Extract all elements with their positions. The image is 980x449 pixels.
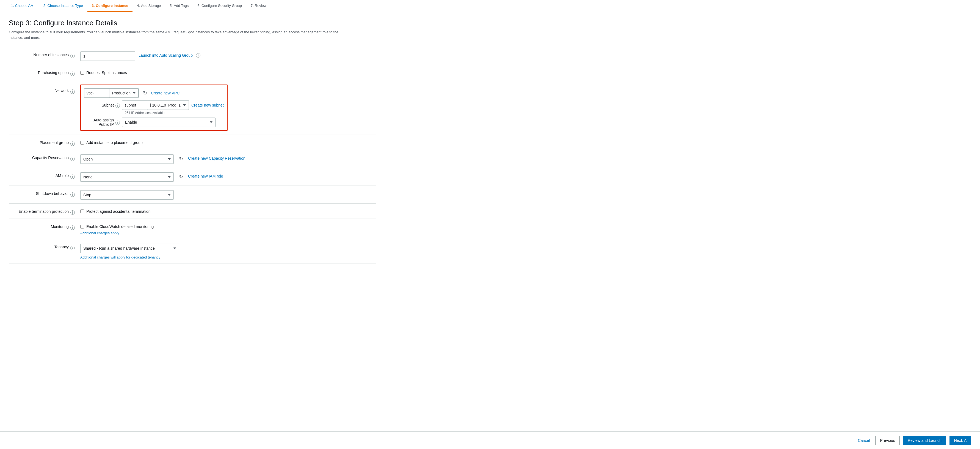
previous-button[interactable]: Previous [875, 436, 899, 445]
capacity-reservation-row: Capacity Reservation i Open ↻ Create new… [9, 150, 376, 168]
create-vpc-link[interactable]: Create new VPC [151, 91, 180, 95]
termination-protection-row: Enable termination protection i Protect … [9, 204, 376, 219]
purchasing-option-content: Request Spot instances [80, 69, 376, 75]
subnet-id-part: subnet [123, 101, 147, 110]
spot-instances-checkbox[interactable] [80, 71, 84, 75]
tenancy-content: Shared - Run a shared hardware instance … [80, 243, 376, 259]
iam-role-row: IAM role i None ↻ Create new IAM role [9, 168, 376, 186]
placement-group-row: Placement group i Add instance to placem… [9, 135, 376, 150]
subnet-label: Subnet i [84, 102, 120, 108]
termination-protection-label: Enable termination protection i [9, 208, 80, 215]
auto-assign-ip-select[interactable]: Enable [122, 118, 216, 127]
capacity-reservation-select[interactable]: Open [80, 155, 174, 164]
capacity-reservation-refresh-icon[interactable]: ↻ [177, 155, 185, 162]
nav-step-choose-instance-type[interactable]: 2. Choose Instance Type [39, 0, 88, 12]
nav-step-choose-ami[interactable]: 1. Choose AMI [6, 0, 39, 12]
placement-group-checkbox-label[interactable]: Add instance to placement group [80, 139, 143, 145]
network-highlight-box: vpc- Production ↻ Create new VPC [80, 85, 228, 131]
vpc-id-part: vpc- [84, 89, 109, 97]
placement-group-checkbox[interactable] [80, 141, 84, 145]
monitoring-checkbox-label[interactable]: Enable CloudWatch detailed monitoring [80, 223, 154, 229]
tenancy-select[interactable]: Shared - Run a shared hardware instance [80, 244, 179, 253]
shutdown-behavior-row: Shutdown behavior i Stop [9, 186, 376, 204]
page-title: Step 3: Configure Instance Details [9, 19, 376, 27]
iam-role-select[interactable]: None [80, 173, 174, 182]
tenancy-charges-link[interactable]: Additional charges will apply for dedica… [80, 255, 179, 259]
network-row: Network i vpc- Production [9, 80, 376, 135]
tenancy-row: Tenancy i Shared - Run a shared hardware… [9, 239, 376, 264]
purchasing-option-row: Purchasing option i Request Spot instanc… [9, 65, 376, 80]
auto-assign-ip-info-icon[interactable]: i [115, 121, 120, 125]
termination-protection-checkbox-label[interactable]: Protect against accidental termination [80, 208, 150, 214]
subnet-note: 251 IP Addresses available [84, 110, 224, 115]
number-of-instances-info-icon[interactable]: i [70, 54, 75, 58]
create-capacity-reservation-link[interactable]: Create new Capacity Reservation [188, 155, 245, 160]
launch-auto-scaling-link[interactable]: Launch into Auto Scaling Group [138, 51, 193, 58]
tenancy-info-icon[interactable]: i [70, 246, 75, 250]
spot-instances-checkbox-label[interactable]: Request Spot instances [80, 69, 127, 75]
network-refresh-icon[interactable]: ↻ [141, 89, 149, 97]
bottom-action-bar: Cancel Previous Review and Launch Next: … [0, 431, 980, 449]
network-label: Network i [9, 84, 80, 94]
placement-group-content: Add instance to placement group [80, 139, 376, 145]
page-description: Configure the instance to suit your requ… [9, 29, 339, 40]
purchasing-option-info-icon[interactable]: i [70, 72, 75, 76]
monitoring-label: Monitoring i [9, 223, 80, 230]
vpc-select-wrap[interactable]: vpc- Production [84, 88, 139, 98]
network-vpc-row: vpc- Production ↻ Create new VPC [84, 88, 224, 98]
main-content: Step 3: Configure Instance Details Confi… [0, 12, 385, 270]
review-launch-button[interactable]: Review and Launch [903, 436, 946, 445]
monitoring-info-icon[interactable]: i [70, 225, 75, 230]
shutdown-behavior-info-icon[interactable]: i [70, 192, 75, 197]
monitoring-checkbox[interactable] [80, 225, 84, 228]
cancel-button[interactable]: Cancel [856, 436, 872, 445]
placement-group-info-icon[interactable]: i [70, 142, 75, 146]
auto-assign-ip-row: Auto-assign Public IP i Enable [84, 118, 224, 127]
subnet-info-icon[interactable]: i [115, 104, 120, 108]
iam-role-refresh-icon[interactable]: ↻ [177, 173, 185, 180]
iam-role-label: IAM role i [9, 172, 80, 179]
capacity-reservation-info-icon[interactable]: i [70, 157, 75, 161]
number-of-instances-label: Number of instances i [9, 51, 80, 58]
subnet-section: Subnet i subnet | 10.0.1.0_Prod_1 Creat [84, 101, 224, 115]
auto-assign-ip-label: Auto-assign Public IP i [84, 118, 120, 127]
tenancy-label: Tenancy i [9, 243, 80, 250]
subnet-select-wrap[interactable]: subnet | 10.0.1.0_Prod_1 [122, 101, 189, 110]
termination-protection-info-icon[interactable]: i [70, 210, 75, 215]
iam-role-info-icon[interactable]: i [70, 174, 75, 179]
instance-config-form: Number of instances i Launch into Auto S… [9, 47, 376, 264]
auto-scaling-info-icon[interactable]: i [196, 53, 200, 58]
shutdown-behavior-content: Stop [80, 190, 376, 200]
vpc-name-select[interactable]: Production [109, 88, 138, 98]
subnet-row: Subnet i subnet | 10.0.1.0_Prod_1 Creat [84, 101, 224, 110]
shutdown-behavior-select[interactable]: Stop [80, 190, 174, 200]
create-iam-role-link[interactable]: Create new IAM role [188, 173, 223, 178]
purchasing-option-label: Purchasing option i [9, 69, 80, 76]
nav-step-configure-instance[interactable]: 3. Configure Instance [88, 0, 133, 12]
capacity-reservation-label: Capacity Reservation i [9, 154, 80, 161]
capacity-reservation-content: Open ↻ Create new Capacity Reservation [80, 154, 376, 164]
shutdown-behavior-label: Shutdown behavior i [9, 190, 80, 197]
nav-step-add-storage[interactable]: 4. Add Storage [132, 0, 165, 12]
nav-step-review[interactable]: 7. Review [246, 0, 271, 12]
number-of-instances-row: Number of instances i Launch into Auto S… [9, 47, 376, 65]
network-content: vpc- Production ↻ Create new VPC [80, 84, 376, 131]
placement-group-label: Placement group i [9, 139, 80, 146]
monitoring-content: Enable CloudWatch detailed monitoring Ad… [80, 223, 376, 235]
next-button[interactable]: Next: A [950, 436, 971, 445]
termination-protection-content: Protect against accidental termination [80, 208, 376, 214]
nav-step-add-tags[interactable]: 5. Add Tags [165, 0, 193, 12]
termination-protection-checkbox[interactable] [80, 209, 84, 213]
subnet-name-select[interactable]: | 10.0.1.0_Prod_1 [147, 101, 189, 110]
number-of-instances-input[interactable] [80, 51, 135, 61]
number-of-instances-content: Launch into Auto Scaling Group i [80, 51, 376, 61]
iam-role-content: None ↻ Create new IAM role [80, 172, 376, 182]
monitoring-row: Monitoring i Enable CloudWatch detailed … [9, 219, 376, 239]
nav-step-configure-security-group[interactable]: 6. Configure Security Group [193, 0, 246, 12]
monitoring-charges-link[interactable]: Additional charges apply. [80, 231, 154, 235]
create-subnet-link[interactable]: Create new subnet [191, 103, 224, 107]
network-info-icon[interactable]: i [70, 89, 75, 94]
wizard-nav: 1. Choose AMI 2. Choose Instance Type 3.… [0, 0, 980, 12]
